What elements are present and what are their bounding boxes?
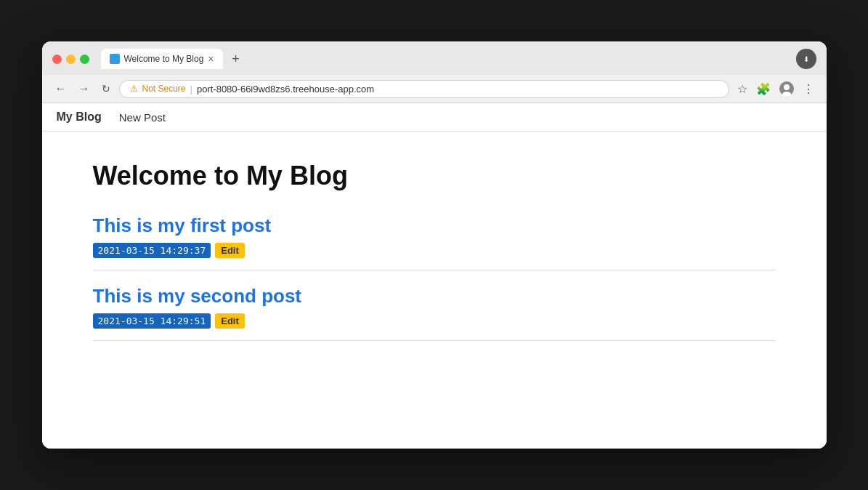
url-text: port-8080-66i9wd8zs6.treehouse-app.com <box>197 84 374 95</box>
post-date-badge: 2021-03-15 14:29:51 <box>93 313 211 329</box>
page-title: Welcome to My Blog <box>93 161 776 191</box>
maximize-button[interactable] <box>80 55 89 64</box>
address-bar-actions: ☆ 🧩 ⋮ <box>735 79 816 98</box>
post-divider <box>93 270 776 270</box>
tab-bar: 🌐 Welcome to My Blog × + <box>101 49 790 69</box>
more-options-button[interactable]: ⋮ <box>800 80 816 98</box>
tab-favicon-icon: 🌐 <box>110 54 120 64</box>
edit-post-button[interactable]: Edit <box>215 313 245 329</box>
post-date-badge: 2021-03-15 14:29:37 <box>93 243 211 258</box>
window-controls <box>52 55 89 64</box>
profile-button[interactable]: ⬇ <box>796 49 816 69</box>
site-nav: My Blog New Post <box>42 103 827 132</box>
url-bar[interactable]: ⚠ Not Secure | port-8080-66i9wd8zs6.tree… <box>119 80 729 98</box>
post-title-link[interactable]: This is my second post <box>93 285 776 308</box>
bookmark-button[interactable]: ☆ <box>735 80 750 98</box>
security-warning-icon: ⚠ <box>130 84 138 94</box>
refresh-button[interactable]: ↻ <box>99 81 113 96</box>
post-meta: 2021-03-15 14:29:51 Edit <box>93 313 776 329</box>
site-brand-link[interactable]: My Blog <box>57 111 102 124</box>
minimize-button[interactable] <box>66 55 76 64</box>
page-content: Welcome to My Blog This is my first post… <box>42 132 827 449</box>
post-title-link[interactable]: This is my first post <box>93 214 776 237</box>
post-item: This is my first post 2021-03-15 14:29:3… <box>93 214 776 258</box>
active-tab[interactable]: 🌐 Welcome to My Blog × <box>101 49 223 69</box>
tab-close-icon[interactable]: × <box>208 54 214 64</box>
post-divider <box>93 340 776 341</box>
forward-button[interactable]: → <box>76 81 93 97</box>
profile-avatar-button[interactable] <box>777 79 796 98</box>
title-bar: 🌐 Welcome to My Blog × + ⬇ <box>42 41 827 75</box>
avatar-icon <box>779 81 794 96</box>
close-button[interactable] <box>52 55 62 64</box>
svg-point-1 <box>784 84 790 90</box>
profile-icon: ⬇ <box>803 55 809 63</box>
address-bar: ← → ↻ ⚠ Not Secure | port-8080-66i9wd8zs… <box>42 75 827 103</box>
url-separator: | <box>190 84 192 95</box>
security-warning-label: Not Secure <box>142 84 186 94</box>
back-button[interactable]: ← <box>52 81 70 97</box>
post-item: This is my second post 2021-03-15 14:29:… <box>93 285 776 329</box>
edit-post-button[interactable]: Edit <box>215 243 245 258</box>
extensions-button[interactable]: 🧩 <box>754 80 773 98</box>
tab-title-label: Welcome to My Blog <box>124 54 204 64</box>
new-post-nav-link[interactable]: New Post <box>119 111 166 124</box>
browser-window: 🌐 Welcome to My Blog × + ⬇ ← → ↻ ⚠ Not S… <box>42 41 827 449</box>
new-tab-button[interactable]: + <box>226 49 246 69</box>
post-meta: 2021-03-15 14:29:37 Edit <box>93 243 776 258</box>
